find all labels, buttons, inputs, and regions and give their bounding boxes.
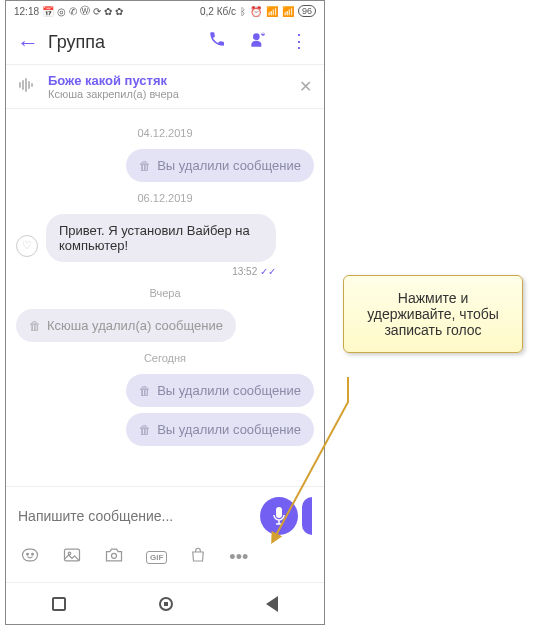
deleted-message-bubble[interactable]: 🗑 Ксюша удалил(а) сообщение [16,309,236,342]
voice-record-button[interactable] [260,497,298,535]
status-icon-instagram: ◎ [57,6,66,17]
camera-icon[interactable] [104,545,124,570]
nav-back-button[interactable] [266,596,278,612]
status-icon-whatsapp: ✆ [69,6,77,17]
pinned-subtitle: Ксюша закрепил(а) вчера [48,88,289,100]
message-row: ♡ Привет. Я установил Вайбер на компьюте… [16,214,314,277]
status-icon-vk: Ⓦ [80,4,90,18]
message-row: 🗑 Ксюша удалил(а) сообщение [16,309,314,342]
message-timestamp: 13:52 ✓✓ [46,266,276,277]
deleted-text: Вы удалили сообщение [157,422,301,437]
more-icon[interactable]: ••• [229,547,248,568]
wifi-icon: 📶 [282,6,294,17]
svg-rect-3 [23,549,38,561]
trash-icon: 🗑 [139,423,151,437]
call-button[interactable] [208,30,226,55]
bluetooth-icon: ᛒ [240,6,246,17]
status-bar: 12:18 📅 ◎ ✆ Ⓦ ⟳ ✿ ✿ 0,2 Кб/с ᛒ ⏰ 📶 📶 96 [6,1,324,21]
deleted-text: Вы удалили сообщение [157,383,301,398]
gallery-icon[interactable] [62,545,82,570]
trash-icon: 🗑 [29,319,41,333]
status-icon-gear2: ✿ [115,6,123,17]
status-time: 12:18 [14,6,39,17]
svg-rect-2 [276,507,282,518]
status-icon-calendar: 📅 [42,6,54,17]
pinned-title: Боже какой пустяк [48,73,289,88]
deleted-message-bubble[interactable]: 🗑 Вы удалили сообщение [126,149,314,182]
date-divider: Вчера [16,287,314,299]
status-icon-sync: ⟳ [93,6,101,17]
incoming-message-bubble[interactable]: Привет. Я установил Вайбер на компьютер! [46,214,276,262]
message-row: 🗑 Вы удалили сообщение [16,374,314,407]
chat-header: ← Группа ⋮ [6,21,324,65]
chat-title[interactable]: Группа [42,32,208,53]
shop-icon[interactable] [189,545,207,570]
svg-point-4 [27,553,29,555]
message-input-bar: GIF ••• [6,486,324,582]
message-row: 🗑 Вы удалили сообщение [16,149,314,182]
svg-point-0 [253,33,260,40]
callout-text: Нажмите и удерживайте, чтобы записать го… [367,290,499,338]
deleted-message-bubble[interactable]: 🗑 Вы удалили сообщение [126,374,314,407]
audio-wave-icon [18,77,38,96]
status-icon-gear: ✿ [104,6,112,17]
nav-recent-button[interactable] [52,597,66,611]
signal-icon: 📶 [266,6,278,17]
tooltip-callout: Нажмите и удерживайте, чтобы записать го… [343,275,523,353]
deleted-text: Вы удалили сообщение [157,158,301,173]
message-row: 🗑 Вы удалили сообщение [16,413,314,446]
date-divider: 06.12.2019 [16,192,314,204]
alarm-icon: ⏰ [250,6,262,17]
close-pinned-button[interactable]: ✕ [299,77,312,96]
nav-home-button[interactable] [159,597,173,611]
deleted-text: Ксюша удалил(а) сообщение [47,318,223,333]
deleted-message-bubble[interactable]: 🗑 Вы удалили сообщение [126,413,314,446]
message-text: Привет. Я установил Вайбер на компьютер! [59,223,250,253]
like-button[interactable]: ♡ [16,235,38,257]
status-data-rate: 0,2 Кб/с [200,6,236,17]
svg-point-5 [32,553,34,555]
trash-icon: 🗑 [139,159,151,173]
sticker-icon[interactable] [20,545,40,570]
message-input[interactable] [18,508,260,524]
back-button[interactable]: ← [14,30,42,56]
date-divider: Сегодня [16,352,314,364]
battery-indicator: 96 [298,5,316,17]
menu-button[interactable]: ⋮ [290,30,308,55]
gif-button[interactable]: GIF [146,551,167,564]
send-button-edge[interactable] [302,497,312,535]
svg-point-8 [112,553,117,558]
trash-icon: 🗑 [139,384,151,398]
date-divider: 04.12.2019 [16,127,314,139]
pinned-message[interactable]: Боже какой пустяк Ксюша закрепил(а) вчер… [6,65,324,109]
android-nav-bar [6,582,324,624]
add-member-button[interactable] [248,30,268,55]
phone-frame: 12:18 📅 ◎ ✆ Ⓦ ⟳ ✿ ✿ 0,2 Кб/с ᛒ ⏰ 📶 📶 96 … [5,0,325,625]
